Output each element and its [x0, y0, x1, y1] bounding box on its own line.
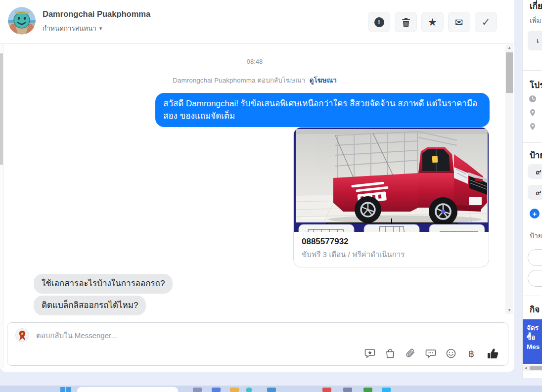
label-input[interactable] — [528, 270, 542, 287]
comment-dots-icon — [425, 348, 436, 359]
products-button[interactable] — [385, 348, 396, 359]
scroll-up-icon[interactable]: ▲ — [505, 44, 513, 51]
delete-button[interactable] — [395, 12, 417, 32]
conversation-list-scrollbar-thumb[interactable] — [0, 53, 3, 165]
taskbar-app-icon[interactable] — [382, 388, 391, 392]
taskbar-app-icon[interactable] — [230, 388, 239, 392]
truck-ad-image: K039 — [294, 128, 489, 232]
divider — [523, 142, 542, 143]
label-chip-text: ๙ — [536, 166, 542, 178]
label-chip-text: ๙ — [536, 186, 542, 199]
about-action-label: เ — [537, 35, 539, 46]
labels-hint-text: ป้าย — [530, 230, 542, 241]
conversation-actions: ! ★ ✉ ✓ — [368, 12, 497, 32]
star-button[interactable]: ★ — [421, 12, 444, 32]
screen: Damrongchai Puakphomma กำหนดการสนทนา ▾ ! — [0, 0, 542, 392]
page-avatar-image — [15, 328, 29, 342]
windows-start-icon[interactable] — [60, 387, 71, 392]
shopping-bag-icon — [385, 348, 396, 359]
clock-icon — [529, 95, 537, 103]
label-chip[interactable]: ๙ — [528, 185, 542, 200]
location-pin-icon — [529, 109, 537, 117]
attachment-info: 0885577932 ขับฟรี 3 เดือน / ฟรีค่าดำเนิน… — [294, 232, 489, 267]
attachment-phone: 0885577932 — [302, 237, 481, 247]
activity-cta-line: Mes — [527, 342, 542, 351]
label-chip[interactable]: ๙ — [528, 164, 542, 179]
outgoing-message-bubble: สวัสดี Damrongchai! รับข้อเสนอพิเศษเหนือ… — [155, 93, 490, 127]
sticker-bubble-star-icon — [364, 348, 375, 359]
activity-cta-line: ซื้อ — [527, 333, 542, 342]
thumbs-up-icon — [487, 347, 499, 360]
image-tag-text: K039 — [301, 210, 313, 216]
taskbar-app-icon[interactable] — [322, 388, 331, 392]
message-list: 08:48 Damrongchai Puakphomma ตอบกลับโฆษณ… — [4, 44, 505, 314]
message-scrollbar[interactable]: ▲ ▼ — [505, 44, 513, 314]
trash-icon — [402, 17, 410, 27]
smiley-icon — [446, 348, 456, 359]
attachment-card[interactable]: K039 — [293, 127, 489, 267]
paperclip-icon — [405, 348, 416, 359]
message-scrollbar-thumb[interactable] — [506, 52, 513, 93]
details-sidebar: เกี่ย เพิ่ม เ โปร ป้าย ๙ ๙ + — [522, 0, 542, 378]
label-input[interactable] — [528, 249, 542, 266]
activity-section-title: กิจ — [530, 303, 540, 316]
conversation-list-scrollbar[interactable] — [0, 44, 3, 368]
taskbar-app-icon[interactable] — [363, 388, 372, 392]
divider — [523, 70, 542, 71]
sidebar-horizontal-scrollbar[interactable]: ◄ — [523, 365, 542, 371]
reply-composer: ฿ — [7, 322, 508, 366]
about-section-title: เกี่ย — [530, 0, 542, 12]
taskbar-search-input[interactable] — [77, 387, 179, 392]
emoji-button[interactable] — [446, 348, 456, 359]
add-label-button[interactable]: + — [530, 209, 540, 218]
envelope-icon: ✉ — [455, 17, 463, 27]
scroll-left-icon[interactable]: ◄ — [524, 365, 528, 371]
ad-context-text: Damrongchai Puakphomma ตอบกลับโฆษณา — [173, 77, 305, 84]
check-icon: ✓ — [482, 17, 491, 27]
reply-input[interactable] — [36, 328, 343, 342]
attach-button[interactable] — [405, 348, 416, 359]
incoming-message-bubble: ติดแบล็กลิสออกรถได้ไหม? — [34, 296, 146, 315]
incoming-message-bubble: ใช้เอกสารอะไรบ้างในการออกรถ? — [34, 274, 173, 294]
report-button[interactable]: ! — [368, 12, 390, 32]
baht-icon: ฿ — [468, 349, 474, 358]
page-avatar — [15, 328, 29, 342]
sticker-button[interactable] — [364, 348, 375, 359]
taskbar — [0, 386, 542, 392]
star-icon: ★ — [428, 17, 437, 27]
payment-button[interactable]: ฿ — [466, 348, 477, 359]
taskbar-app-icon[interactable] — [212, 388, 221, 392]
plus-icon: + — [533, 210, 537, 218]
saved-replies-button[interactable] — [425, 348, 436, 359]
sidebar-scrollbar-thumb[interactable] — [530, 366, 542, 370]
activity-cta-card[interactable]: จัดร ซื้อ Mes — [523, 319, 542, 364]
attachment-caption: ขับฟรี 3 เดือน / ฟรีค่าดำเนินการ — [302, 249, 481, 261]
schedule-dropdown[interactable]: กำหนดการสนทนา ▾ — [43, 23, 102, 34]
mark-done-button[interactable]: ✓ — [475, 12, 497, 32]
view-ad-link[interactable]: ดูโฆษณา — [310, 77, 337, 84]
about-hint-text: เพิ่ม — [530, 15, 541, 26]
activity-cta-line: จัดร — [527, 323, 542, 333]
mark-unread-button[interactable]: ✉ — [448, 12, 470, 32]
schedule-dropdown-label: กำหนดการสนทนา — [43, 23, 96, 34]
labels-section-title: ป้าย — [530, 148, 542, 162]
location-pin-icon — [529, 123, 537, 131]
ad-context-row: Damrongchai Puakphomma ตอบกลับโฆษณา ดูโฆ… — [4, 75, 505, 86]
contact-avatar[interactable] — [8, 7, 36, 35]
scroll-down-icon[interactable]: ▼ — [505, 307, 513, 314]
chevron-down-icon: ▾ — [99, 25, 102, 32]
exclamation-circle-icon: ! — [374, 17, 384, 27]
timestamp: 08:48 — [4, 58, 505, 65]
contact-avatar-image — [8, 7, 36, 35]
taskbar-app-icon[interactable] — [267, 388, 276, 392]
chat-panel: Damrongchai Puakphomma กำหนดการสนทนา ▾ ! — [0, 0, 514, 372]
conversation-header: Damrongchai Puakphomma กำหนดการสนทนา ▾ ! — [0, 0, 514, 44]
divider — [523, 296, 542, 296]
composer-toolbar: ฿ — [364, 347, 500, 360]
like-button[interactable] — [486, 347, 500, 360]
contact-name: Damrongchai Puakphomma — [43, 9, 150, 19]
about-action-button[interactable]: เ — [528, 31, 542, 50]
taskbar-app-icon[interactable] — [246, 388, 252, 392]
taskbar-app-icon[interactable] — [193, 388, 202, 392]
taskbar-app-icon[interactable] — [343, 388, 352, 392]
